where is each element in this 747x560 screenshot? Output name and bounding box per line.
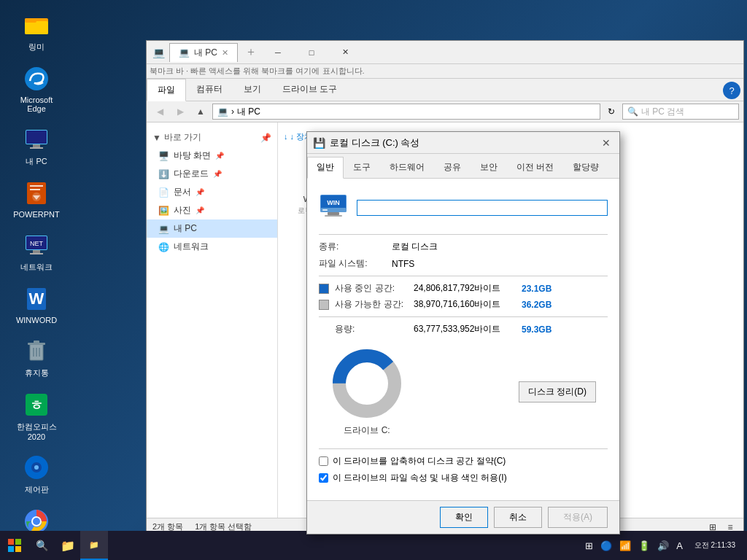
taskbar: 🔍 📁 📁 ⊞ 🔵 📶 🔋 🔊 A 오전 2:11:33 [0, 531, 747, 560]
drive-label: 드라이브 C: [330, 424, 403, 437]
sidebar-pictures-label: 사진 [174, 204, 191, 217]
search-placeholder: 내 PC 검색 [641, 106, 684, 118]
back-button[interactable]: ◀ [151, 104, 169, 120]
battery-tray-icon[interactable]: 🔋 [637, 539, 651, 553]
dialog-tab-tools[interactable]: 도구 [344, 157, 380, 178]
ok-button[interactable]: 확인 [440, 507, 488, 528]
svg-text:W: W [29, 289, 44, 308]
ribbon-tabs: 파일 컴퓨터 보기 드라이브 도구 ? [147, 79, 743, 101]
donut-container: 드라이브 C: 디스크 정리(D) [319, 347, 608, 437]
bluetooth-tray-icon[interactable]: 🔵 [599, 539, 614, 553]
dialog-tab-quota[interactable]: 할당량 [563, 157, 608, 178]
free-label: 사용 가능한 공간: [335, 298, 408, 311]
svg-rect-7 [26, 131, 47, 144]
refresh-button[interactable]: ↻ [603, 104, 619, 120]
ribbon-tab-view[interactable]: 보기 [233, 79, 272, 101]
type-row: 종류: 로컬 디스크 [319, 241, 608, 253]
window-controls: ─ □ ✕ [261, 41, 362, 64]
ribbon-tab-computer[interactable]: 컴퓨터 [186, 79, 233, 101]
desktop-icon-edge[interactable]: MicrosoftEdge [7, 61, 66, 116]
desktop-icon-control[interactable]: 제어판 [7, 450, 66, 498]
desktop-icon-trash[interactable]: 휴지통 [7, 333, 66, 381]
apply-button[interactable]: 적용(A) [548, 507, 608, 528]
dialog-tab-previous[interactable]: 이전 버전 [507, 157, 563, 178]
dialog-tab-sharing[interactable]: 공유 [434, 157, 471, 178]
sidebar-quick-access-header[interactable]: ▼ 바로 가기 📌 [147, 128, 277, 147]
up-button[interactable]: ▲ [192, 104, 209, 120]
taskbar-search-button[interactable]: 🔍 [29, 531, 55, 560]
svg-rect-1 [25, 21, 48, 34]
dialog-footer: 확인 취소 적용(A) [307, 500, 619, 534]
taskbar-clock[interactable]: 오전 2:11:33 [689, 540, 741, 551]
address-path[interactable]: 💻 › 내 PC [212, 104, 600, 120]
cancel-button[interactable]: 취소 [494, 507, 542, 528]
explorer-title-tab[interactable]: 💻 내 PC ✕ [169, 43, 238, 62]
sidebar-item-mypc[interactable]: 💻 내 PC [147, 219, 277, 238]
used-bytes: 24,806,817,792바이트 [414, 282, 516, 295]
svg-rect-21 [34, 341, 39, 343]
windows-security-icon[interactable]: ⊞ [584, 539, 595, 553]
index-label: 이 드라이브의 파일 속성 및 내용 색인 허용(I) [333, 472, 507, 484]
divider-3 [319, 316, 608, 317]
dialog-close-button[interactable]: ✕ [599, 136, 614, 150]
maximize-button[interactable]: □ [295, 41, 328, 64]
dialog-tabs: 일반 도구 하드웨어 공유 보안 이전 버전 할당량 [307, 154, 619, 179]
compress-checkbox-row[interactable]: 이 드라이브를 압축하여 디스크 공간 절약(C) [319, 455, 608, 467]
sidebar-item-documents[interactable]: 📄 문서 📌 [147, 183, 277, 201]
svg-point-29 [34, 465, 39, 470]
mypc-small-icon: 💻 [158, 224, 169, 234]
svg-rect-62 [8, 546, 14, 552]
mypc-icon [22, 125, 51, 154]
start-button[interactable] [0, 531, 29, 560]
language-indicator[interactable]: A [675, 539, 684, 553]
edge-icon [22, 64, 51, 93]
svg-rect-6 [30, 147, 43, 149]
taskbar-folder-button[interactable]: 📁 [55, 531, 80, 560]
dialog-tab-hardware[interactable]: 하드웨어 [380, 157, 434, 178]
disk-cleanup-button[interactable]: 디스크 정리(D) [519, 381, 596, 402]
used-size: 23.1GB [522, 284, 551, 294]
index-checkbox-row[interactable]: 이 드라이브의 파일 속성 및 내용 색인 허용(I) [319, 472, 608, 484]
explorer-tab-close[interactable]: ✕ [222, 48, 228, 58]
network-label: 네트워크 [20, 262, 53, 273]
desktop-icon-network[interactable]: NET 네트워크 [7, 228, 66, 276]
dialog-tab-general[interactable]: 일반 [307, 157, 344, 179]
desktop-icon-ringmi[interactable]: 링미 [7, 7, 66, 55]
desktop-icon-mypc[interactable]: 내 PC [7, 122, 66, 170]
svg-rect-10 [30, 189, 40, 190]
explorer-sidebar: ▼ 바로 가기 📌 🖥️ 바탕 화면 📌 ⬇️ 다운로드 📌 📄 문서 [147, 122, 278, 518]
address-path-icon: 💻 [217, 106, 228, 117]
search-box[interactable]: 🔍 내 PC 검색 [622, 104, 739, 120]
dialog-tab-security[interactable]: 보안 [471, 157, 507, 178]
pin-icon: 📌 [260, 133, 271, 143]
compress-checkbox[interactable] [319, 456, 328, 466]
svg-rect-56 [325, 215, 342, 217]
sidebar-item-downloads[interactable]: ⬇️ 다운로드 📌 [147, 165, 277, 183]
edge-label: MicrosoftEdge [20, 96, 53, 113]
address-bar: ◀ ▶ ▲ 💻 › 내 PC ↻ 🔍 내 PC 검색 [147, 101, 743, 122]
help-button[interactable]: ? [723, 82, 740, 99]
ribbon-tab-drive[interactable]: 드라이브 도구 [272, 79, 348, 101]
svg-rect-15 [30, 253, 43, 254]
index-checkbox[interactable] [319, 473, 328, 483]
winword-label: WINWORD [16, 316, 57, 324]
network-tray-icon[interactable]: 📶 [618, 539, 632, 553]
forward-button[interactable]: ▶ [171, 104, 189, 120]
desktop-icon-winword[interactable]: W WINWORD [7, 281, 66, 327]
taskbar-items: 📁 [80, 531, 578, 560]
ribbon-tab-file[interactable]: 파일 [147, 79, 186, 101]
drive-name-input[interactable] [357, 200, 608, 216]
svg-rect-14 [33, 250, 40, 253]
desktop-icon-hanoffice[interactable]: ㅎ 한컴오피스2020 [7, 387, 66, 444]
desktop-icon-powerpnt[interactable]: POWERPNT [7, 176, 66, 222]
sidebar-item-pictures[interactable]: 🖼️ 사진 📌 [147, 201, 277, 219]
sidebar-item-network[interactable]: 🌐 네트워크 [147, 238, 277, 256]
new-tab-icon[interactable]: ＋ [245, 44, 257, 60]
close-button[interactable]: ✕ [328, 41, 362, 64]
network-small-icon: 🌐 [158, 242, 169, 252]
volume-tray-icon[interactable]: 🔊 [656, 539, 670, 553]
taskbar-explorer-item[interactable]: 📁 [80, 531, 108, 560]
pin-desktop-icon: 📌 [215, 152, 224, 160]
sidebar-item-desktop[interactable]: 🖥️ 바탕 화면 📌 [147, 147, 277, 165]
minimize-button[interactable]: ─ [261, 41, 295, 64]
